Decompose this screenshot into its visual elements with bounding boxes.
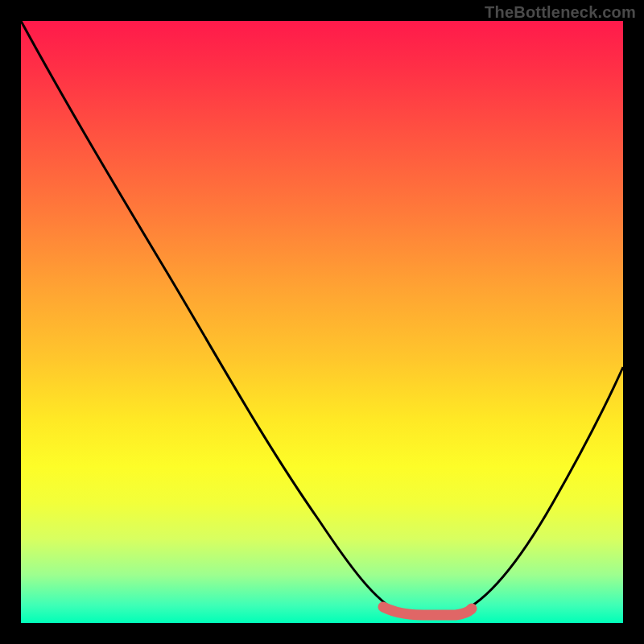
watermark-text: TheBottleneck.com [485, 3, 636, 22]
bottleneck-curve-path [21, 21, 623, 613]
plot-area [21, 21, 623, 623]
chart-container: TheBottleneck.com [0, 0, 644, 644]
highlight-segment [383, 607, 472, 615]
curve-svg [21, 21, 623, 623]
